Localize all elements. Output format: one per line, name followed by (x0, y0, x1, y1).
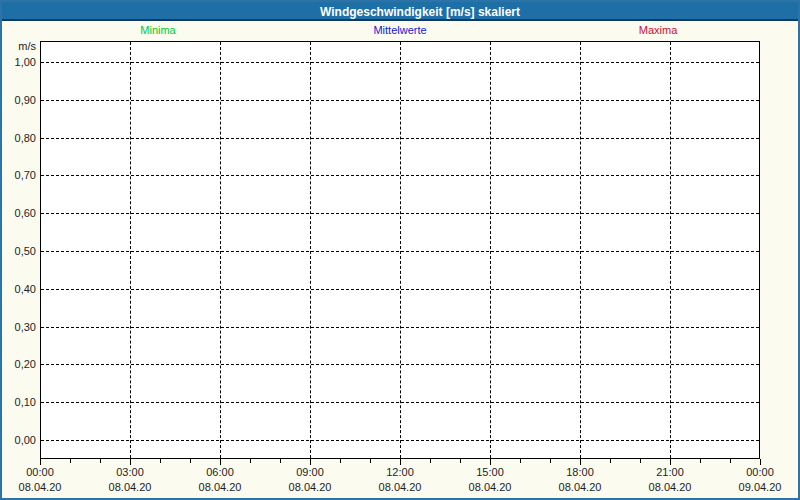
x-axis-tick (130, 459, 131, 465)
chart-window: Windgeschwindigkeit [m/s] skaliert Minim… (0, 0, 800, 500)
x-axis-tick (520, 459, 521, 463)
x-tick-time-label: 18:00 (566, 466, 594, 478)
x-tick-time-label: 03:00 (116, 466, 144, 478)
legend-item-maxima: Maxima (639, 24, 678, 36)
x-axis-tick (760, 459, 761, 465)
x-gridline (490, 42, 491, 458)
x-tick-time-label: 12:00 (386, 466, 414, 478)
y-tick-label: 0,30 (2, 320, 36, 334)
y-tick-label: 0,80 (2, 131, 36, 145)
x-tick-date-label: 08.04.20 (559, 481, 602, 493)
x-gridline (670, 42, 671, 458)
x-axis-tick (730, 459, 731, 463)
y-tick-label: 1,00 (2, 55, 36, 69)
chart-titlebar: Windgeschwindigkeit [m/s] skaliert (2, 2, 798, 21)
y-tick-label: 0,00 (2, 433, 36, 447)
x-axis-tick (460, 459, 461, 463)
x-axis-tick (580, 459, 581, 465)
x-tick-time-label: 06:00 (206, 466, 234, 478)
y-tick-label: 0,70 (2, 168, 36, 182)
x-axis-tick (310, 459, 311, 465)
x-tick-date-label: 09.04.20 (739, 481, 782, 493)
y-tick-label: 0,40 (2, 282, 36, 296)
plot-area (40, 41, 760, 459)
x-axis-tick (640, 459, 641, 463)
x-axis-tick (280, 459, 281, 463)
x-axis-tick (160, 459, 161, 463)
x-tick-time-label: 00:00 (26, 466, 54, 478)
y-axis-unit-label: m/s (2, 40, 36, 52)
x-tick-date-label: 08.04.20 (199, 481, 242, 493)
y-tick-label: 0,60 (2, 206, 36, 220)
x-gridline (220, 42, 221, 458)
x-axis-tick (370, 459, 371, 463)
x-tick-date-label: 08.04.20 (289, 481, 332, 493)
x-tick-date-label: 08.04.20 (469, 481, 512, 493)
legend-item-minima: Minima (140, 24, 175, 36)
x-axis-tick (100, 459, 101, 463)
chart-title: Windgeschwindigkeit [m/s] skaliert (320, 5, 520, 19)
x-axis-tick (40, 459, 41, 465)
x-tick-time-label: 00:00 (746, 466, 774, 478)
x-axis-tick (400, 459, 401, 465)
x-tick-date-label: 08.04.20 (109, 481, 152, 493)
x-axis-tick (670, 459, 671, 465)
x-tick-time-label: 21:00 (656, 466, 684, 478)
x-axis-tick (430, 459, 431, 463)
x-axis-tick (70, 459, 71, 463)
y-tick-label: 0,20 (2, 357, 36, 371)
x-axis-tick (250, 459, 251, 463)
x-tick-time-label: 15:00 (476, 466, 504, 478)
legend-item-mittelwerte: Mittelwerte (373, 24, 426, 36)
x-tick-date-label: 08.04.20 (649, 481, 692, 493)
x-axis-tick (340, 459, 341, 463)
y-tick-label: 0,90 (2, 93, 36, 107)
y-tick-label: 0,50 (2, 244, 36, 258)
x-gridline (580, 42, 581, 458)
y-tick-label: 0,10 (2, 395, 36, 409)
x-axis-tick (700, 459, 701, 463)
x-tick-time-label: 09:00 (296, 466, 324, 478)
x-axis-tick (190, 459, 191, 463)
x-gridline (130, 42, 131, 458)
x-axis-tick (220, 459, 221, 465)
x-gridline (400, 42, 401, 458)
x-tick-date-label: 08.04.20 (379, 481, 422, 493)
x-axis-tick (490, 459, 491, 465)
x-axis-tick (610, 459, 611, 463)
x-axis-tick (550, 459, 551, 463)
x-tick-date-label: 08.04.20 (19, 481, 62, 493)
x-gridline (310, 42, 311, 458)
